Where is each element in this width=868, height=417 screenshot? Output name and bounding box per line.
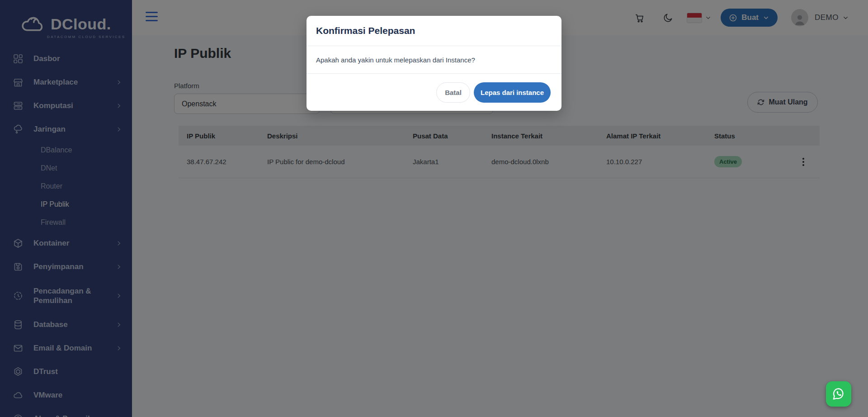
dialog-message: Apakah anda yakin untuk melepaskan dari … — [316, 56, 475, 64]
dialog-footer: Batal Lepas dari instance — [307, 74, 561, 111]
detach-instance-button[interactable]: Lepas dari instance — [474, 82, 551, 103]
dialog-title: Konfirmasi Pelepasan — [316, 25, 415, 36]
whatsapp-icon — [831, 387, 846, 401]
cancel-button[interactable]: Batal — [436, 82, 470, 103]
whatsapp-chat-button[interactable] — [826, 381, 851, 407]
dialog-body: Apakah anda yakin untuk melepaskan dari … — [307, 46, 561, 74]
confirmation-dialog: Konfirmasi Pelepasan Apakah anda yakin u… — [307, 16, 561, 111]
dialog-header: Konfirmasi Pelepasan — [307, 16, 561, 46]
